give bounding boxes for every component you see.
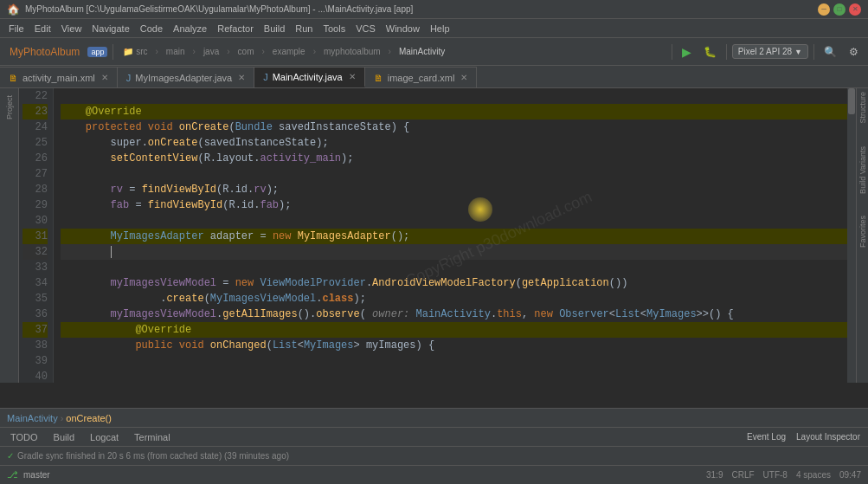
tab-close-1[interactable]: ✕ <box>238 73 245 82</box>
code-line-33 <box>61 260 847 275</box>
code-line-30 <box>61 213 847 229</box>
tab-terminal[interactable]: Terminal <box>127 430 177 444</box>
status-right: 31:9 CRLF UTF-8 4 spaces 09:47 <box>706 470 861 480</box>
breadcrumb-class[interactable]: MainActivity <box>7 413 58 423</box>
menu-analyze[interactable]: Analyze <box>168 22 212 35</box>
code-line-23: @Override <box>61 104 847 119</box>
git-branch: master <box>23 470 50 480</box>
terminal-tab-label: Terminal <box>134 432 170 442</box>
tab-todo[interactable]: TODO <box>3 430 45 444</box>
layout-inspector-btn[interactable]: Layout Inspector <box>792 430 865 443</box>
code-line-35: .create(MyImagesViewModel.class); <box>61 291 847 307</box>
right-scrollbar[interactable] <box>847 88 856 383</box>
minimize-button[interactable]: ─ <box>818 3 830 16</box>
breadcrumb-bar: MainActivity › onCreate() <box>0 408 868 427</box>
right-panel: Structure Build Variants Favorites <box>856 88 868 383</box>
breadcrumb-method[interactable]: onCreate() <box>66 413 112 423</box>
code-line-40 <box>61 369 847 383</box>
code-line-25: super.onCreate(savedInstanceState); <box>61 135 847 151</box>
git-icon: ⎇ <box>7 469 18 481</box>
code-line-22 <box>61 88 847 104</box>
toolbar: MyPhotoAlbum app 📁 src › main › java › c… <box>0 38 868 66</box>
code-line-34: myImagesViewModel = new ViewModelProvide… <box>61 275 847 291</box>
app-badge: app <box>87 47 107 57</box>
tab-mainactivity-java[interactable]: J MainActivity.java ✕ <box>254 67 365 87</box>
xml-file-icon-2: 🗎 <box>374 73 383 83</box>
scrollbar-thumb[interactable] <box>848 88 855 114</box>
indent[interactable]: 4 spaces <box>796 470 831 480</box>
tab-myimagesadapter-java[interactable]: J MyImagesAdapter.java ✕ <box>118 67 254 87</box>
run-debug-icon[interactable]: ▶ <box>678 43 696 61</box>
event-log-btn[interactable]: Event Log <box>743 430 790 443</box>
bottom-tabs: TODO Build Logcat Terminal Event Log Lay… <box>0 427 868 446</box>
tab-close-0[interactable]: ✕ <box>101 73 108 82</box>
xml-file-icon: 🗎 <box>9 73 18 83</box>
menu-refactor[interactable]: Refactor <box>212 22 259 35</box>
tab-close-3[interactable]: ✕ <box>460 73 467 82</box>
todo-tab-label: TODO <box>10 432 38 442</box>
app-logo-icon: 🏠 <box>7 3 20 16</box>
breadcrumb-separator: › <box>61 413 64 423</box>
code-line-32 <box>61 244 847 260</box>
title-bar-title: MyPhotoAlbum [C:\UygulamaGelistirmeOAK\U… <box>25 4 413 14</box>
menu-vcs[interactable]: VCS <box>350 22 381 35</box>
build-status-bar: ✓ Gradle sync finished in 20 s 6 ms (fro… <box>0 446 868 465</box>
settings-icon[interactable]: ⚙ <box>845 44 863 60</box>
tab-build[interactable]: Build <box>47 430 81 444</box>
project-panel-icon[interactable]: Project <box>5 95 14 119</box>
encoding[interactable]: UTF-8 <box>763 470 788 480</box>
right-panel-structure[interactable]: Structure <box>858 92 867 124</box>
right-panel-favorites[interactable]: Favorites <box>858 216 867 248</box>
code-content[interactable]: @Override protected void onCreate(Bundle… <box>54 88 847 383</box>
menu-edit[interactable]: Edit <box>29 22 56 35</box>
toolbar-myphotoalbum[interactable]: myphotoalbum <box>319 45 385 58</box>
status-left: ⎇ master <box>7 469 50 481</box>
tab-close-2[interactable]: ✕ <box>349 72 356 81</box>
code-line-36: myImagesViewModel.getAllImages().observe… <box>61 307 847 322</box>
code-line-28: rv = findViewById(R.id.rv); <box>61 182 847 197</box>
menu-tools[interactable]: Tools <box>318 22 350 35</box>
toolbar-sep-4 <box>813 44 814 60</box>
menu-bar: File Edit View Navigate Code Analyze Ref… <box>0 19 868 38</box>
build-status-icon: ✓ <box>7 451 14 461</box>
menu-navigate[interactable]: Navigate <box>87 22 134 35</box>
right-panel-build-variants[interactable]: Build Variants <box>858 146 867 194</box>
menu-code[interactable]: Code <box>135 22 168 35</box>
close-button[interactable]: ✕ <box>849 3 861 16</box>
logcat-tab-label: Logcat <box>90 432 119 442</box>
menu-build[interactable]: Build <box>259 22 290 35</box>
menu-help[interactable]: Help <box>425 22 455 35</box>
title-bar: 🏠 MyPhotoAlbum [C:\UygulamaGelistirmeOAK… <box>0 0 868 19</box>
editor-area[interactable]: 22 23 24 25 26 27 28 29 30 31 32 33 34 3… <box>19 88 856 383</box>
toolbar-mainactivity[interactable]: MainActivity <box>395 45 449 58</box>
time-display: 09:47 <box>839 470 861 480</box>
search-icon[interactable]: 🔍 <box>820 44 841 60</box>
toolbar-example[interactable]: example <box>268 45 310 58</box>
toolbar-com[interactable]: com <box>234 45 259 58</box>
menu-window[interactable]: Window <box>381 22 425 35</box>
tab-logcat[interactable]: Logcat <box>83 430 125 444</box>
maximize-button[interactable]: □ <box>833 3 845 16</box>
tab-image-card-xml[interactable]: 🗎 image_card.xml ✕ <box>365 67 478 87</box>
line-ending[interactable]: CRLF <box>731 470 754 480</box>
device-name-label: Pixel 2 API 28 <box>738 47 792 56</box>
device-selector[interactable]: Pixel 2 API 28 ▼ <box>732 44 808 59</box>
build-tab-label: Build <box>54 432 74 442</box>
code-line-29: fab = findViewById(R.id.fab); <box>61 197 847 213</box>
toolbar-java[interactable]: java <box>199 45 223 58</box>
toolbar-sep-1 <box>113 44 113 60</box>
menu-run[interactable]: Run <box>290 22 318 35</box>
code-line-31: MyImagesAdapter adapter = new MyImagesAd… <box>61 229 847 244</box>
left-sidebar: Project <box>0 88 19 383</box>
build-status-message: Gradle sync finished in 20 s 6 ms (from … <box>17 451 289 461</box>
code-line-38: public void onChanged(List<MyImages> myI… <box>61 338 847 353</box>
menu-file[interactable]: File <box>3 22 29 35</box>
menu-view[interactable]: View <box>56 22 87 35</box>
file-tabs: 🗎 activity_main.xml ✕ J MyImagesAdapter.… <box>0 66 868 88</box>
toolbar-src[interactable]: 📁 src <box>119 45 151 58</box>
toolbar-sep-3 <box>726 44 727 60</box>
debug-icon[interactable]: 🐛 <box>699 44 721 60</box>
toolbar-main[interactable]: main <box>162 45 190 58</box>
line-numbers: 22 23 24 25 26 27 28 29 30 31 32 33 34 3… <box>19 88 54 383</box>
tab-activity-main-xml[interactable]: 🗎 activity_main.xml ✕ <box>0 67 118 87</box>
